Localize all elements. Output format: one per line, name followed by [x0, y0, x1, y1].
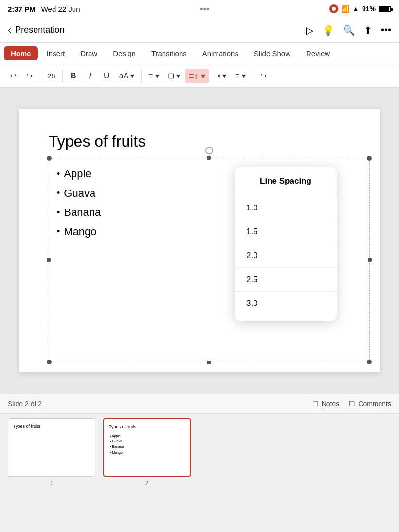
handle-bottom-right[interactable] — [367, 360, 372, 364]
comments-button[interactable]: ☐ Comments — [349, 400, 391, 408]
slide-title: Types of fruits — [49, 133, 145, 151]
slide-num-2: 2 — [145, 480, 149, 487]
tab-design[interactable]: Design — [106, 46, 143, 60]
bullet-item-4: • Mango — [57, 222, 101, 242]
bullet-dot-1: • — [57, 166, 60, 182]
thumb-title-2: Types of fruits — [109, 424, 136, 429]
handle-top-right[interactable] — [367, 156, 372, 161]
status-time: 2:37 PM — [8, 5, 36, 13]
bullet-item-1: • Apple — [57, 164, 101, 184]
bullet-text-1: Apple — [64, 164, 91, 184]
notes-label: Notes — [322, 400, 340, 408]
bullet-text-3: Banana — [64, 203, 101, 222]
battery-icon — [379, 6, 391, 12]
bullet-dot-2: • — [57, 185, 60, 201]
slide-thumb-1[interactable]: Types of fruits — [8, 418, 95, 477]
line-spacing-dropdown: Line Spacing 1.0 1.5 2.0 2.5 3.0 — [235, 167, 337, 321]
record-icon — [329, 4, 338, 13]
thumb-bullets-2: • Apple • Guava • Banana • Mango — [110, 433, 124, 455]
bullet-text-2: Guava — [64, 184, 95, 203]
tab-home[interactable]: Home — [4, 46, 38, 60]
play-icon[interactable]: ▷ — [306, 24, 313, 36]
more-formatting-button[interactable]: ↪ — [256, 69, 272, 82]
toolbar-divider-4 — [253, 69, 253, 83]
document-title: Presentation — [15, 25, 64, 35]
handle-bottom-mid[interactable] — [207, 361, 211, 364]
font-size-adjust-button[interactable]: aA ▾ — [115, 69, 138, 82]
back-button[interactable]: ‹ — [8, 24, 11, 37]
bold-button[interactable]: B — [66, 70, 81, 82]
line-spacing-button[interactable]: ≡↕ ▾ — [185, 69, 209, 83]
more-icon[interactable]: ••• — [381, 24, 391, 36]
title-bar: ‹ Presentation ▷ 💡 🔍 ⬆ ••• — [0, 18, 399, 43]
tab-transitions[interactable]: Transitions — [145, 46, 194, 60]
status-date: Wed 22 Jun — [41, 5, 80, 13]
slide-num-1: 1 — [50, 480, 54, 487]
bottom-right-controls: ☐ Notes ☐ Comments — [312, 400, 391, 408]
underline-button[interactable]: U — [99, 70, 114, 82]
undo-button[interactable]: ↩ — [5, 69, 20, 82]
search-icon[interactable]: 🔍 — [343, 24, 355, 36]
comments-icon: ☐ — [349, 400, 355, 408]
slide-info: Slide 2 of 2 — [8, 400, 42, 408]
spacing-2-5[interactable]: 2.5 — [235, 268, 337, 292]
signal-icon: ▲ — [352, 5, 359, 13]
italic-button[interactable]: I — [82, 70, 98, 82]
handle-top-left[interactable] — [47, 156, 52, 161]
slide-thumb-2[interactable]: Types of fruits • Apple • Guava • Banana… — [103, 418, 191, 477]
bottom-bar: Slide 2 of 2 ☐ Notes ☐ Comments — [0, 394, 399, 413]
handle-mid-left[interactable] — [47, 258, 51, 262]
lamp-icon[interactable]: 💡 — [322, 24, 334, 36]
notes-button[interactable]: ☐ Notes — [312, 400, 340, 408]
bullet-list: • Apple • Guava • Banana • Mango — [57, 164, 101, 241]
rotate-handle[interactable] — [205, 147, 213, 154]
notes-icon: ☐ — [312, 400, 319, 408]
align-button[interactable]: ≡ ▾ — [231, 69, 250, 82]
dropdown-title: Line Spacing — [235, 172, 337, 194]
slide-panel: Types of fruits 1 Types of fruits • Appl… — [0, 413, 399, 488]
toolbar-divider-3 — [141, 69, 142, 83]
slide-thumb-wrapper-1: Types of fruits 1 — [8, 418, 95, 487]
tab-review[interactable]: Review — [299, 46, 337, 60]
bullets-button[interactable]: ≡ ▾ — [145, 69, 163, 82]
slide-thumb-wrapper-2: Types of fruits • Apple • Guava • Banana… — [103, 418, 191, 487]
handle-top-mid[interactable] — [207, 156, 211, 160]
font-size[interactable]: 28 — [43, 70, 59, 82]
spacing-2-0[interactable]: 2.0 — [235, 244, 337, 268]
tab-draw[interactable]: Draw — [73, 46, 104, 60]
redo-button[interactable]: ↪ — [21, 69, 37, 82]
bullet-dot-4: • — [57, 224, 60, 239]
toolbar-divider-1 — [40, 69, 40, 83]
spacing-3-0[interactable]: 3.0 — [235, 292, 337, 315]
spacing-1-0[interactable]: 1.0 — [235, 196, 337, 220]
thumb-title-1: Types of fruits — [13, 424, 40, 429]
bullet-dot-3: • — [57, 205, 60, 220]
spacing-1-5[interactable]: 1.5 — [235, 220, 337, 244]
numbering-button[interactable]: ⊟ ▾ — [164, 69, 184, 82]
share-icon[interactable]: ⬆ — [364, 24, 372, 36]
status-dots: ••• — [200, 4, 209, 14]
bullet-item-3: • Banana — [57, 203, 101, 222]
tab-animations[interactable]: Animations — [196, 46, 245, 60]
handle-mid-right[interactable] — [368, 258, 372, 262]
toolbar: ↩ ↪ 28 B I U aA ▾ ≡ ▾ ⊟ ▾ ≡↕ ▾ ⇥ ▾ ≡ ▾ ↪ — [0, 64, 399, 88]
status-bar: 2:37 PM Wed 22 Jun ••• 📶 ▲ 91% — [0, 0, 399, 18]
comments-label: Comments — [358, 400, 391, 408]
toolbar-divider-2 — [62, 69, 63, 83]
main-area: Types of fruits • Apple • Guav — [0, 88, 399, 394]
battery-percent: 91% — [362, 5, 376, 13]
handle-bottom-left[interactable] — [47, 360, 52, 364]
tab-insert[interactable]: Insert — [40, 46, 72, 60]
wifi-icon: 📶 — [341, 5, 349, 13]
bullet-text-4: Mango — [64, 222, 96, 242]
bullet-item-2: • Guava — [57, 184, 101, 203]
tab-bar: Home Insert Draw Design Transitions Anim… — [0, 43, 399, 64]
tab-slideshow[interactable]: Slide Show — [247, 46, 297, 60]
indent-button[interactable]: ⇥ ▾ — [210, 69, 230, 82]
status-icons: 📶 ▲ 91% — [329, 4, 391, 13]
